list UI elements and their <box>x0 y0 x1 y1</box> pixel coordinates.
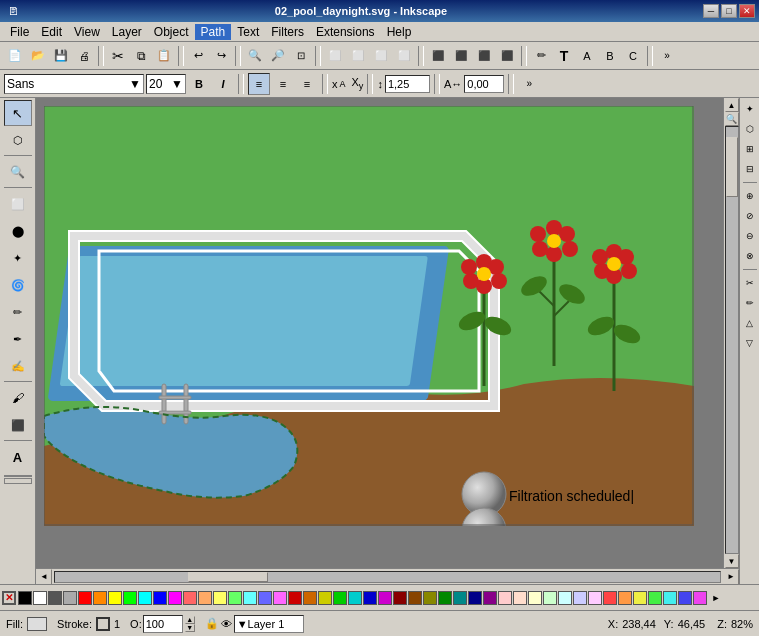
color-swatch[interactable] <box>198 591 212 605</box>
tb-btn-e[interactable]: ⬛ <box>427 45 449 67</box>
color-swatch[interactable] <box>603 591 617 605</box>
color-swatch[interactable] <box>318 591 332 605</box>
snap-btn-9[interactable]: ✂ <box>741 274 759 292</box>
tb2-overflow[interactable]: » <box>518 73 540 95</box>
color-swatch[interactable] <box>468 591 482 605</box>
snap-btn-2[interactable]: ⬡ <box>741 120 759 138</box>
color-swatch[interactable] <box>618 591 632 605</box>
no-color-swatch[interactable]: ✕ <box>2 591 16 605</box>
fill-tool[interactable]: 🖌 <box>4 385 32 411</box>
tb-btn-k[interactable]: C <box>622 45 644 67</box>
opacity-input[interactable]: 100 <box>143 615 183 633</box>
color-swatch[interactable] <box>693 591 707 605</box>
menu-object[interactable]: Object <box>148 24 195 40</box>
color-swatch[interactable] <box>63 591 77 605</box>
snap-btn-5[interactable]: ⊕ <box>741 187 759 205</box>
color-swatch[interactable] <box>513 591 527 605</box>
align-left-button[interactable]: ≡ <box>248 73 270 95</box>
bold-button[interactable]: B <box>188 73 210 95</box>
zoom-fit-button[interactable]: ⊡ <box>290 45 312 67</box>
font-size-select[interactable]: 20 ▼ <box>146 74 186 94</box>
text-tool-btn[interactable]: T <box>553 45 575 67</box>
menu-extensions[interactable]: Extensions <box>310 24 381 40</box>
copy-button[interactable]: ⧉ <box>130 45 152 67</box>
undo-button[interactable]: ↩ <box>187 45 209 67</box>
snap-btn-4[interactable]: ⊟ <box>741 160 759 178</box>
color-swatch[interactable] <box>393 591 407 605</box>
vertical-scrollbar[interactable]: ▲ 🔍 ▼ <box>723 98 739 568</box>
canvas-container[interactable]: Filtration scheduled| ▲ 🔍 ▼ <box>36 98 739 584</box>
maximize-button[interactable]: □ <box>721 4 737 18</box>
menu-help[interactable]: Help <box>381 24 418 40</box>
color-swatch[interactable] <box>648 591 662 605</box>
pencil-tool[interactable]: ✏ <box>4 299 32 325</box>
node-tool[interactable]: ⬡ <box>4 127 32 153</box>
color-swatch[interactable] <box>273 591 287 605</box>
zoom-canvas-button[interactable]: 🔍 <box>725 112 739 126</box>
tb-btn-f[interactable]: ⬛ <box>450 45 472 67</box>
opacity-up[interactable]: ▲ <box>185 616 195 624</box>
snap-btn-11[interactable]: △ <box>741 314 759 332</box>
pen-tool[interactable]: ✒ <box>4 326 32 352</box>
tb-btn-i[interactable]: A <box>576 45 598 67</box>
color-swatch[interactable] <box>678 591 692 605</box>
color-swatch[interactable] <box>258 591 272 605</box>
cut-button[interactable]: ✂ <box>107 45 129 67</box>
tb-btn-g[interactable]: ⬛ <box>473 45 495 67</box>
color-swatch[interactable] <box>243 591 257 605</box>
snap-btn-10[interactable]: ✏ <box>741 294 759 312</box>
snap-btn-8[interactable]: ⊗ <box>741 247 759 265</box>
italic-button[interactable]: I <box>212 73 234 95</box>
print-button[interactable]: 🖨 <box>73 45 95 67</box>
color-swatch[interactable] <box>348 591 362 605</box>
color-swatch[interactable] <box>33 591 47 605</box>
color-swatch[interactable] <box>558 591 572 605</box>
scroll-down-arrow[interactable]: ▼ <box>725 554 739 568</box>
color-swatch[interactable] <box>483 591 497 605</box>
inkscape-canvas[interactable]: Filtration scheduled| <box>44 106 694 526</box>
snap-btn-3[interactable]: ⊞ <box>741 140 759 158</box>
scroll-up-arrow[interactable]: ▲ <box>725 98 739 112</box>
paste-button[interactable]: 📋 <box>153 45 175 67</box>
line-height-input[interactable]: 1,25 <box>385 75 430 93</box>
color-swatch[interactable] <box>333 591 347 605</box>
color-swatch[interactable] <box>438 591 452 605</box>
color-swatch[interactable] <box>78 591 92 605</box>
tb-btn-b[interactable]: ⬜ <box>347 45 369 67</box>
color-swatch[interactable] <box>123 591 137 605</box>
color-swatch[interactable] <box>153 591 167 605</box>
color-swatch[interactable] <box>543 591 557 605</box>
vscroll-thumb[interactable] <box>726 137 738 197</box>
snap-btn-6[interactable]: ⊘ <box>741 207 759 225</box>
hscroll-thumb[interactable] <box>188 572 268 582</box>
star-tool[interactable]: ✦ <box>4 245 32 271</box>
scroll-left-arrow[interactable]: ◄ <box>36 569 52 585</box>
tb-overflow[interactable]: » <box>656 45 678 67</box>
align-center-button[interactable]: ≡ <box>272 73 294 95</box>
tb-btn-j[interactable]: B <box>599 45 621 67</box>
tb-btn-d[interactable]: ⬜ <box>393 45 415 67</box>
color-swatch[interactable] <box>228 591 242 605</box>
circle-tool[interactable]: ⬤ <box>4 218 32 244</box>
menu-filters[interactable]: Filters <box>265 24 310 40</box>
color-swatch[interactable] <box>48 591 62 605</box>
pencil-tool-btn[interactable]: ✏ <box>530 45 552 67</box>
color-swatch[interactable] <box>138 591 152 605</box>
color-swatch[interactable] <box>573 591 587 605</box>
calligraphy-tool[interactable]: ✍ <box>4 353 32 379</box>
menu-view[interactable]: View <box>68 24 106 40</box>
redo-button[interactable]: ↪ <box>210 45 232 67</box>
horizontal-scrollbar[interactable]: ◄ ► <box>36 568 739 584</box>
open-button[interactable]: 📂 <box>27 45 49 67</box>
align-right-button[interactable]: ≡ <box>296 73 318 95</box>
palette-scroll-right[interactable]: ► <box>709 591 723 605</box>
color-swatch[interactable] <box>108 591 122 605</box>
scroll-right-arrow[interactable]: ► <box>723 569 739 585</box>
menu-file[interactable]: File <box>4 24 35 40</box>
snap-btn-1[interactable]: ✦ <box>741 100 759 118</box>
snap-btn-12[interactable]: ▽ <box>741 334 759 352</box>
color-swatch[interactable] <box>588 591 602 605</box>
color-swatch[interactable] <box>453 591 467 605</box>
layer-dropdown[interactable]: ▼Layer 1 <box>234 615 304 633</box>
select-tool[interactable]: ↖ <box>4 100 32 126</box>
